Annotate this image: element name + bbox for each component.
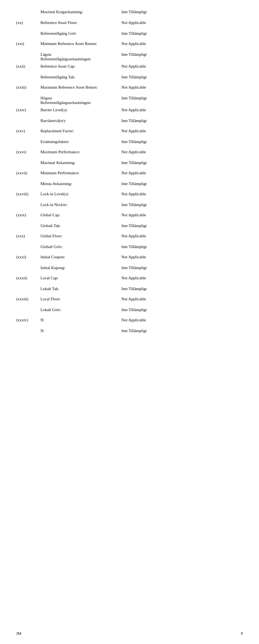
row-index: (xxxiii) (16, 296, 40, 301)
row-index: (xxx) (16, 233, 40, 238)
sub-row: Lokalt Tak: Inte Tillämpligt (16, 285, 243, 295)
row-value: Not Applicable (121, 107, 243, 112)
sub-index (16, 328, 40, 329)
sub-label: Lokalt Tak: (40, 286, 121, 291)
sub-row: Referenstillgång Golv Inte Tillämpligt (16, 30, 243, 40)
row-value: Not Applicable (121, 296, 243, 301)
sub-label: LägstaReferenstillgångsavkastningen: (40, 52, 121, 61)
sub-value: Inte Tillämpligt (121, 328, 243, 333)
table-row: (xxvii) Minimum Performance: Not Applica… (16, 169, 243, 180)
table-row: Maximal Korgavkastning: Inte Tillämpligt (16, 8, 243, 19)
sub-value: Inte Tillämpligt (121, 202, 243, 207)
sub-row: LägstaReferenstillgångsavkastningen: Int… (16, 51, 243, 62)
sub-value: Inte Tillämpligt (121, 286, 243, 291)
sub-index (16, 181, 40, 182)
sub-row: Globalt Golv: Inte Tillämpligt (16, 243, 243, 253)
sub-value: Inte Tillämpligt (121, 31, 243, 36)
row-value: Not Applicable (121, 254, 243, 259)
sub-index (16, 244, 40, 245)
sub-label: Globalt Tak: (40, 223, 121, 228)
table-row: (xxi) Minimum Reference Asset Return: No… (16, 40, 243, 51)
row-index (16, 9, 40, 10)
row-label: Reference Asset Cap: (40, 64, 121, 69)
row-index: (xxii) (16, 64, 40, 69)
row-value: Not Applicable (121, 20, 243, 25)
sub-row: Barriärnivå(er): Inte Tillämpligt (16, 117, 243, 127)
sub-label: Initial Kupong: (40, 265, 121, 270)
row-index: (xxviii) (16, 191, 40, 196)
table-row: (xx) Reference Asset Floor: Not Applicab… (16, 19, 243, 30)
sub-value: Inte Tillämpligt (121, 265, 243, 270)
sub-value: Inte Tillämpligt (121, 244, 243, 249)
sub-row: N: Inte Tillämpligt (16, 327, 243, 337)
sub-index (16, 286, 40, 287)
sub-index (16, 202, 40, 203)
sub-value: Inte Tillämpligt (121, 118, 243, 123)
sub-index (16, 74, 40, 75)
sub-label: Referenstillgång Golv (40, 31, 121, 36)
row-index: (xxix) (16, 212, 40, 217)
row-value: Not Applicable (121, 212, 243, 217)
row-index: (xx) (16, 20, 40, 25)
sub-label: Maximal Avkastning: (40, 160, 121, 165)
sub-value: Inte Tillämpligt (121, 160, 243, 165)
sub-row: Minsta Avkastning: Inte Tillämpligt (16, 180, 243, 190)
table-row: (xxix) Global Cap: Not Applicable (16, 211, 243, 222)
row-label: Reference Asset Floor: (40, 20, 121, 25)
row-label: Local Floor: (40, 296, 121, 301)
sub-value: Inte Tillämpligt (121, 95, 243, 100)
row-value: Not Applicable (121, 191, 243, 196)
row-index: (xxv) (16, 128, 40, 133)
row-label: Lock-in Level(s): (40, 191, 121, 196)
sub-row: Initial Kupong: Inte Tillämpligt (16, 264, 243, 274)
row-value: Not Applicable (121, 170, 243, 175)
table-row: (xxiii) Maximum Reference Asset Return: … (16, 83, 243, 94)
table-row: (xxvi) Maximum Performance: Not Applicab… (16, 148, 243, 159)
table-row: (xxiv) Barrier Level(s): Not Applicable (16, 106, 243, 117)
row-value: Not Applicable (121, 233, 243, 238)
sub-label: Barriärnivå(er): (40, 118, 121, 123)
row-value: Inte Tillämpligt (121, 9, 243, 14)
row-label: Barrier Level(s): (40, 107, 121, 112)
sub-row: Ersättningsfaktor: Inte Tillämpligt (16, 138, 243, 148)
sub-row: Maximal Avkastning: Inte Tillämpligt (16, 159, 243, 169)
row-index: (xxiii) (16, 85, 40, 90)
sub-label: N: (40, 328, 121, 333)
row-label: Minimum Reference Asset Return: (40, 41, 121, 46)
sub-index (16, 118, 40, 119)
sub-value: Inte Tillämpligt (121, 52, 243, 57)
sub-row: Lokalt Golv: Inte Tillämpligt (16, 306, 243, 316)
row-label: N: (40, 317, 121, 322)
table-row: (xxv) Replacement Factor: Not Applicable (16, 127, 243, 138)
row-label: Global Floor: (40, 233, 121, 238)
table-row: (xxxii) Local Cap: Not Applicable (16, 274, 243, 285)
sub-row: Lock-in Nivå/er: Inte Tillämpligt (16, 201, 243, 211)
table-row: (xxii) Reference Asset Cap: Not Applicab… (16, 62, 243, 73)
sub-label: Referenstillgång Tak: (40, 74, 121, 79)
row-label: Maximum Reference Asset Return: (40, 85, 121, 90)
sub-index (16, 139, 40, 140)
sub-index (16, 265, 40, 266)
row-index: (xxvii) (16, 170, 40, 175)
sub-label: Minsta Avkastning: (40, 181, 121, 186)
sub-label: HögstaReferenstillgångsavkastningen: (40, 95, 121, 105)
sub-value: Inte Tillämpligt (121, 139, 243, 144)
row-label: Replacement Factor: (40, 128, 121, 133)
sub-label: Ersättningsfaktor: (40, 139, 121, 144)
table-row: (xxviii) Lock-in Level(s): Not Applicabl… (16, 190, 243, 201)
sub-value: Inte Tillämpligt (121, 307, 243, 312)
row-label: Initial Coupon: (40, 254, 121, 259)
row-value: Not Applicable (121, 85, 243, 90)
row-label: Global Cap: (40, 212, 121, 217)
page-container: Maximal Korgavkastning: Inte Tillämpligt… (0, 0, 259, 644)
footer-label: JM (16, 631, 21, 636)
sub-value: Inte Tillämpligt (121, 181, 243, 186)
sub-index (16, 52, 40, 52)
row-value: Not Applicable (121, 317, 243, 322)
sub-label: Lock-in Nivå/er: (40, 202, 121, 207)
row-value: Not Applicable (121, 149, 243, 154)
table-row: (xxx) Global Floor: Not Applicable (16, 232, 243, 243)
sub-value: Inte Tillämpligt (121, 223, 243, 228)
content-table: Maximal Korgavkastning: Inte Tillämpligt… (16, 8, 243, 337)
sub-value: Inte Tillämpligt (121, 74, 243, 79)
